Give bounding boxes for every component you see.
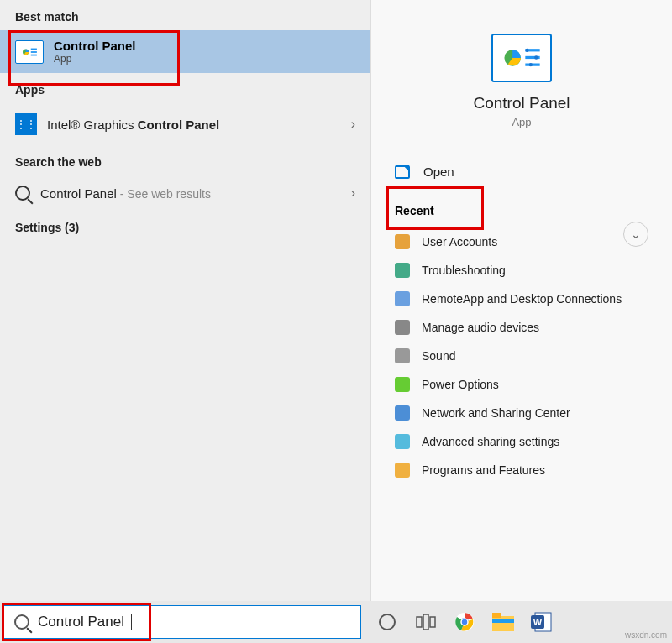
recent-item-icon [395,291,410,306]
recent-item-icon [395,320,410,335]
open-label: Open [423,165,454,179]
apps-header: Apps [0,73,370,103]
app-result-bold: Control Panel [138,118,220,132]
word-icon[interactable]: W [531,611,553,633]
svg-point-13 [380,614,395,630]
svg-rect-3 [31,51,37,53]
recent-item[interactable]: RemoteApp and Desktop Connections [371,285,672,313]
task-view-icon[interactable] [415,611,437,633]
svg-point-19 [461,619,468,625]
recent-item[interactable]: Network and Sharing Center [371,399,672,427]
app-result-intel-graphics[interactable]: ⋮⋮ Intel® Graphics Control Panel › [0,103,370,145]
search-icon [14,614,29,630]
preview-panel: Control Panel App Open ⌄ Recent User Acc… [371,0,672,601]
results-panel: Best match Control Panel App Apps ⋮⋮ Int… [0,0,371,601]
recent-item-label: Manage audio devices [422,321,539,334]
web-result-suffix: - See web results [117,187,211,201]
open-action[interactable]: Open [371,154,672,189]
recent-item-icon [395,463,410,478]
recent-item-label: RemoteApp and Desktop Connections [422,292,622,306]
search-input-value: Control Panel [38,614,124,630]
settings-header[interactable]: Settings (3) [0,211,370,241]
web-header: Search the web [0,145,370,175]
svg-text:W: W [533,617,543,627]
preview-subtitle: App [371,116,672,128]
expand-button[interactable]: ⌄ [623,222,648,247]
recent-item[interactable]: Troubleshooting [371,256,672,285]
recent-item[interactable]: Power Options [371,370,672,399]
recent-item-label: User Accounts [422,235,497,248]
svg-rect-14 [417,617,422,627]
recent-item-label: Troubleshooting [422,264,506,277]
best-match-title: Control Panel [54,39,136,53]
chevron-down-icon: ⌄ [631,227,641,241]
svg-rect-2 [31,48,37,50]
control-panel-icon-large [491,34,552,82]
recent-header: Recent [371,189,672,227]
svg-rect-4 [31,54,37,55]
svg-rect-16 [430,617,435,627]
svg-rect-22 [492,619,514,623]
recent-item-icon [395,434,410,449]
file-explorer-icon[interactable] [492,611,514,633]
chevron-right-icon: › [351,186,355,201]
svg-rect-21 [492,613,501,618]
svg-point-12 [529,63,533,66]
web-result-text: Control Panel [40,186,117,201]
recent-item-label: Sound [422,349,455,363]
search-icon [15,186,30,201]
app-result-prefix: Intel® Graphics [47,118,138,132]
svg-point-10 [525,49,528,52]
recent-item[interactable]: Advanced sharing settings [371,427,672,456]
svg-rect-15 [423,614,428,630]
recent-item[interactable]: Manage audio devices [371,313,672,342]
chrome-icon[interactable] [454,611,475,633]
text-cursor [131,614,132,630]
recent-item-icon [395,405,410,421]
open-icon [395,165,410,179]
svg-rect-20 [492,616,514,631]
search-input[interactable]: Control Panel [3,605,361,639]
preview-title: Control Panel [371,94,672,112]
recent-item-icon [395,348,410,363]
best-match-subtitle: App [54,53,136,65]
watermark: wsxdn.com [625,630,667,640]
svg-point-11 [534,55,538,59]
recent-item[interactable]: Sound [371,342,672,370]
control-panel-icon [15,40,44,64]
best-match-result[interactable]: Control Panel App [0,30,370,73]
intel-icon: ⋮⋮ [15,113,37,135]
web-result[interactable]: Control Panel - See web results › [0,175,370,211]
recent-item-label: Advanced sharing settings [422,435,559,448]
recent-item-icon [395,234,410,249]
recent-item-label: Network and Sharing Center [422,406,570,420]
recent-item-label: Programs and Features [422,463,545,477]
recent-item[interactable]: Programs and Features [371,456,672,484]
recent-item-label: Power Options [422,378,499,391]
recent-item-icon [395,377,410,392]
recent-list: User AccountsTroubleshootingRemoteApp an… [371,227,672,484]
cortana-icon[interactable] [376,611,398,633]
taskbar: Control Panel W [0,601,672,643]
recent-item-icon [395,263,410,278]
chevron-right-icon: › [351,117,355,132]
best-match-header: Best match [0,0,370,30]
